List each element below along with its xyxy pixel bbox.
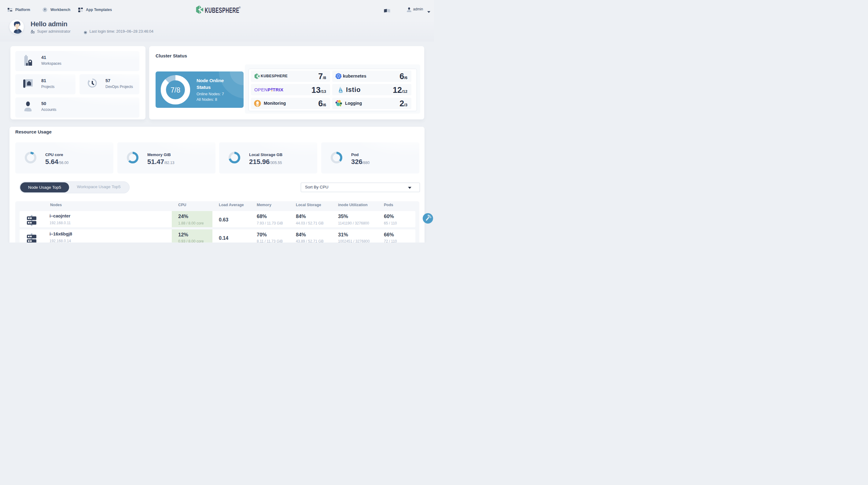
svg-text:7/8: 7/8 [170,86,180,94]
